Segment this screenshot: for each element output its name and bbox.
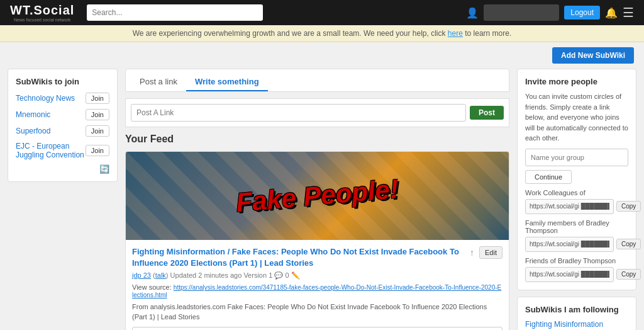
comment-input[interactable] bbox=[132, 327, 502, 330]
right-sidebar: Invite more people You can invite custom… bbox=[517, 69, 636, 330]
logo-tagline: News focused social network bbox=[14, 18, 70, 22]
invite-link-input-0[interactable] bbox=[525, 199, 614, 214]
feed-card-body: Fighting Misinformation / Fake Faces: Pe… bbox=[126, 240, 509, 330]
join-button[interactable]: Join bbox=[86, 125, 109, 137]
add-subwiki-bar: Add New SubWiki bbox=[0, 42, 644, 69]
list-item: Technology News Join bbox=[16, 93, 109, 104]
copy-button-1[interactable]: Copy bbox=[616, 239, 641, 249]
invite-link-label-2: Friends of Bradley Thompson bbox=[525, 257, 628, 265]
list-item: Fighting Misinformation bbox=[525, 319, 628, 329]
feed-description: From analysis.leadstories.com Fake Faces… bbox=[132, 302, 502, 322]
following-section: SubWikis I am following Fighting Misinfo… bbox=[517, 297, 636, 331]
feed-source-link[interactable]: https://analysis.leadstories.com/3471185… bbox=[132, 284, 501, 299]
copy-button-0[interactable]: Copy bbox=[616, 201, 641, 212]
logout-button[interactable]: Logout bbox=[564, 6, 600, 20]
continue-button[interactable]: Continue bbox=[525, 170, 572, 184]
invite-section: Invite more people You can invite custom… bbox=[517, 69, 636, 290]
feed-meta: jdp 23 (talk) Updated 2 minutes ago Vers… bbox=[132, 271, 502, 280]
invite-link-input-1[interactable] bbox=[525, 237, 614, 252]
upvote-button[interactable]: ↑ bbox=[467, 246, 477, 259]
feed-source-label: View source: bbox=[132, 283, 172, 291]
invite-link-input-2[interactable] bbox=[525, 267, 614, 282]
tab-post-link[interactable]: Post a link bbox=[131, 73, 186, 91]
logo: WT.Social News focused social network bbox=[10, 3, 74, 22]
invite-title: Invite more people bbox=[525, 77, 628, 86]
center-content: Post a link Write something Post Your Fe… bbox=[125, 69, 509, 330]
join-button[interactable]: Join bbox=[86, 93, 109, 104]
list-item: Mnemonic Join bbox=[16, 109, 109, 120]
feed-source: View source: https://analysis.leadstorie… bbox=[132, 283, 502, 299]
feed-talk-link[interactable]: talk bbox=[155, 271, 166, 279]
user-icon: 👤 bbox=[466, 7, 479, 19]
main-layout: SubWikis to join Technology News Join Mn… bbox=[0, 69, 644, 330]
notice-bar: We are experiencing overwhelming growth … bbox=[0, 25, 644, 42]
feed-updated: Updated 2 minutes ago bbox=[170, 271, 242, 279]
following-title: SubWikis I am following bbox=[525, 305, 628, 314]
list-item: Superfood Join bbox=[16, 125, 109, 137]
feed-version: Version 1 bbox=[243, 271, 272, 279]
menu-icon[interactable]: ☰ bbox=[623, 5, 634, 20]
feed-card-title-row: Fighting Misinformation / Fake Faces: Pe… bbox=[132, 246, 502, 269]
subwiki-link[interactable]: EJC - European Juggling Convention bbox=[16, 142, 86, 159]
invite-description: You can invite custom circles of friends… bbox=[525, 91, 628, 144]
subwikis-title: SubWikis to join bbox=[16, 77, 109, 86]
following-list: Fighting Misinformation Long reads News … bbox=[525, 319, 628, 331]
notice-text: We are experiencing overwhelming growth … bbox=[133, 29, 448, 38]
header: WT.Social News focused social network 👤 … bbox=[0, 0, 644, 25]
left-sidebar: SubWikis to join Technology News Join Mn… bbox=[8, 69, 118, 330]
invite-link-group-2: Copy bbox=[525, 267, 628, 282]
invite-link-row-2: Friends of Bradley Thompson Copy bbox=[525, 257, 628, 282]
notice-text-end: to learn more. bbox=[463, 29, 511, 38]
user-bar bbox=[484, 4, 559, 21]
feed-card-actions: ↑ Edit bbox=[467, 246, 502, 259]
post-button[interactable]: Post bbox=[470, 106, 504, 120]
feed-card: Fake People! Fighting Misinformation / F… bbox=[125, 151, 509, 330]
subwiki-link[interactable]: Mnemonic bbox=[16, 110, 50, 119]
search-input[interactable] bbox=[87, 4, 263, 21]
join-button[interactable]: Join bbox=[86, 109, 109, 120]
invite-link-row-0: Work Colleagues of Copy bbox=[525, 189, 628, 214]
subwikis-to-join: SubWikis to join Technology News Join Mn… bbox=[8, 69, 118, 182]
subwiki-link[interactable]: Superfood bbox=[16, 127, 50, 135]
invite-link-label-0: Work Colleagues of bbox=[525, 189, 628, 196]
invite-link-group-0: Copy bbox=[525, 199, 628, 214]
copy-button-2[interactable]: Copy bbox=[616, 269, 641, 280]
group-name-input[interactable] bbox=[525, 149, 628, 166]
post-link-input[interactable] bbox=[131, 104, 466, 122]
bell-icon[interactable]: 🔔 bbox=[605, 7, 618, 19]
refresh-icon[interactable]: 🔄 bbox=[16, 164, 109, 174]
subwiki-link[interactable]: Technology News bbox=[16, 94, 75, 103]
tabs-bar: Post a link Write something bbox=[125, 69, 509, 92]
feed-image: Fake People! bbox=[126, 152, 509, 240]
header-right: 👤 Logout 🔔 ☰ bbox=[466, 4, 634, 21]
invite-link-label-1: Family members of Bradley Thompson bbox=[525, 219, 628, 234]
notice-link[interactable]: here bbox=[448, 29, 463, 38]
following-link[interactable]: Fighting Misinformation bbox=[525, 320, 603, 329]
list-item: EJC - European Juggling Convention Join bbox=[16, 142, 109, 159]
feed-card-title-link[interactable]: Fighting Misinformation / Fake Faces: Pe… bbox=[132, 247, 459, 268]
tab-write-something[interactable]: Write something bbox=[186, 73, 268, 91]
feed-comments-count: 0 bbox=[285, 271, 289, 279]
feed-author-link[interactable]: jdp 23 bbox=[132, 271, 151, 279]
logo-wt: WT.Social bbox=[10, 3, 74, 18]
feed-card-title: Fighting Misinformation / Fake Faces: Pe… bbox=[132, 246, 467, 269]
join-button[interactable]: Join bbox=[86, 145, 109, 156]
feed-title: Your Feed bbox=[125, 134, 509, 145]
add-subwiki-button[interactable]: Add New SubWiki bbox=[552, 47, 634, 64]
invite-link-group-1: Copy bbox=[525, 237, 628, 252]
invite-link-row-1: Family members of Bradley Thompson Copy bbox=[525, 219, 628, 252]
post-link-area: Post bbox=[125, 98, 509, 127]
edit-button[interactable]: Edit bbox=[479, 246, 502, 259]
